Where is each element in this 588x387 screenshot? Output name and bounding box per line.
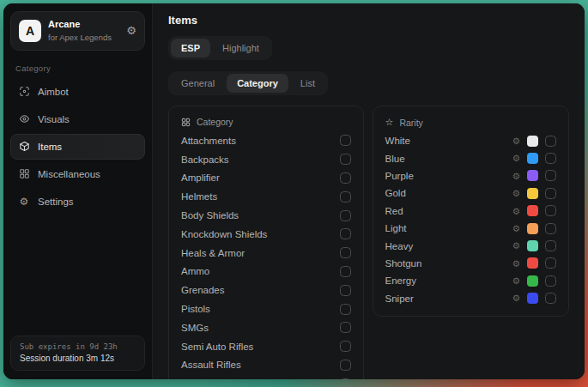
tab-esp[interactable]: ESP xyxy=(171,39,210,57)
category-checkbox[interactable] xyxy=(340,360,351,371)
session-duration-text: Session duration 3m 12s xyxy=(20,354,136,363)
sidebar-item-aimbot[interactable]: Aimbot xyxy=(10,79,145,105)
rarity-row: Light ⚙ xyxy=(385,220,556,237)
rarity-color-swatch[interactable] xyxy=(527,188,538,199)
category-row: Grenades xyxy=(181,281,351,299)
category-panel: Category Attachments Backpacks xyxy=(168,106,364,379)
category-checkbox[interactable] xyxy=(340,210,351,221)
sidebar: A Arcane for Apex Legends ⚙ Category xyxy=(3,3,153,379)
category-checkbox[interactable] xyxy=(340,228,351,239)
tab-category[interactable]: Category xyxy=(227,74,288,93)
category-checkbox[interactable] xyxy=(340,154,351,165)
rarity-row: Energy ⚙ xyxy=(385,272,556,289)
gear-icon[interactable]: ⚙ xyxy=(126,24,136,37)
rarity-checkbox[interactable] xyxy=(545,275,556,287)
category-row: LMGs xyxy=(181,374,351,379)
category-label: Body Shields xyxy=(181,210,239,221)
rarity-checkbox[interactable] xyxy=(545,188,556,199)
category-label: Ammo xyxy=(181,266,209,276)
category-checkbox[interactable] xyxy=(340,247,351,258)
rarity-row: White ⚙ xyxy=(385,132,556,149)
brand-card: A Arcane for Apex Legends ⚙ xyxy=(10,11,145,51)
rarity-checkbox[interactable] xyxy=(545,170,556,181)
tab-list[interactable]: List xyxy=(290,74,325,93)
mode-tab-group: ESP Highlight xyxy=(168,36,272,60)
rarity-color-swatch[interactable] xyxy=(527,240,538,251)
category-checkbox[interactable] xyxy=(340,378,351,379)
app-window: A Arcane for Apex Legends ⚙ Category xyxy=(3,3,585,379)
category-checkbox[interactable] xyxy=(340,135,351,146)
rarity-color-swatch[interactable] xyxy=(527,223,538,234)
gear-icon[interactable]: ⚙ xyxy=(512,189,520,198)
box-icon xyxy=(18,141,30,153)
sidebar-item-miscellaneous[interactable]: Miscellaneous xyxy=(10,161,145,187)
panels-row: Category Attachments Backpacks xyxy=(168,106,569,379)
rarity-color-swatch[interactable] xyxy=(527,153,538,164)
rarity-checkbox[interactable] xyxy=(545,153,556,164)
rarity-row: Red ⚙ xyxy=(385,203,556,220)
gear-icon[interactable]: ⚙ xyxy=(512,293,520,303)
gear-icon[interactable]: ⚙ xyxy=(512,136,520,146)
tab-highlight[interactable]: Highlight xyxy=(212,39,270,57)
category-checkbox[interactable] xyxy=(340,172,351,184)
rarity-label: Gold xyxy=(385,188,406,198)
category-panel-header: Category xyxy=(181,114,351,131)
category-row: Pistols xyxy=(181,299,351,318)
rarity-color-swatch[interactable] xyxy=(527,170,538,181)
category-label: Heals & Armor xyxy=(181,248,245,258)
gear-icon[interactable]: ⚙ xyxy=(512,172,520,181)
category-checkbox[interactable] xyxy=(340,285,351,296)
rarity-checkbox[interactable] xyxy=(545,240,556,251)
rarity-checkbox[interactable] xyxy=(545,136,556,147)
category-checkbox[interactable] xyxy=(340,266,351,277)
gear-icon[interactable]: ⚙ xyxy=(512,154,520,163)
rarity-color-swatch[interactable] xyxy=(527,293,538,304)
gear-icon[interactable]: ⚙ xyxy=(512,224,520,233)
gear-icon[interactable]: ⚙ xyxy=(512,241,520,251)
category-checkbox[interactable] xyxy=(340,191,351,203)
category-row: Amplifier xyxy=(181,169,351,188)
category-row: SMGs xyxy=(181,318,351,337)
category-row: Heals & Armor xyxy=(181,244,351,263)
sidebar-item-visuals[interactable]: Visuals xyxy=(10,106,145,132)
gear-icon[interactable]: ⚙ xyxy=(512,276,520,286)
rarity-label: Blue xyxy=(385,154,405,164)
gear-icon[interactable]: ⚙ xyxy=(512,259,520,269)
category-label: Backpacks xyxy=(181,154,229,165)
sidebar-item-settings[interactable]: ⚙ Settings xyxy=(10,189,145,215)
rarity-panel-header: ☆ Rarity xyxy=(385,114,556,132)
rarity-checkbox[interactable] xyxy=(545,293,556,304)
rarity-label: Purple xyxy=(385,171,414,181)
rarity-checkbox[interactable] xyxy=(545,257,556,269)
grid-icon xyxy=(181,118,191,127)
rarity-color-swatch[interactable] xyxy=(527,257,538,269)
rarity-row: Blue ⚙ xyxy=(385,149,556,166)
app-logo: A xyxy=(19,20,41,42)
category-row: Backpacks xyxy=(181,150,351,169)
rarity-panel-title: Rarity xyxy=(399,118,422,128)
main-content: Items ESP Highlight General Category Lis… xyxy=(153,3,585,379)
sidebar-item-label: Aimbot xyxy=(38,87,69,97)
tab-general[interactable]: General xyxy=(171,74,225,93)
sidebar-section-label: Category xyxy=(15,63,140,73)
gear-icon[interactable]: ⚙ xyxy=(512,207,520,216)
category-label: Amplifier xyxy=(181,172,220,183)
category-row: Assault Rifles xyxy=(181,356,351,375)
rarity-checkbox[interactable] xyxy=(545,205,556,216)
rarity-color-swatch[interactable] xyxy=(527,205,538,216)
sidebar-nav: Aimbot Visuals xyxy=(3,76,152,216)
category-row: Semi Auto Rifles xyxy=(181,337,351,356)
category-checkbox[interactable] xyxy=(340,341,351,352)
category-row: Body Shields xyxy=(181,206,351,225)
rarity-label: Shotgun xyxy=(385,258,422,269)
rarity-row: Sniper ⚙ xyxy=(385,290,556,307)
rarity-checkbox[interactable] xyxy=(545,223,556,234)
rarity-color-swatch[interactable] xyxy=(527,275,538,287)
rarity-label: White xyxy=(385,136,410,146)
sidebar-item-label: Items xyxy=(38,142,62,152)
crosshair-icon xyxy=(18,86,30,98)
category-checkbox[interactable] xyxy=(340,322,351,333)
sidebar-item-items[interactable]: Items xyxy=(10,134,145,160)
rarity-color-swatch[interactable] xyxy=(527,136,538,147)
category-checkbox[interactable] xyxy=(340,304,351,315)
